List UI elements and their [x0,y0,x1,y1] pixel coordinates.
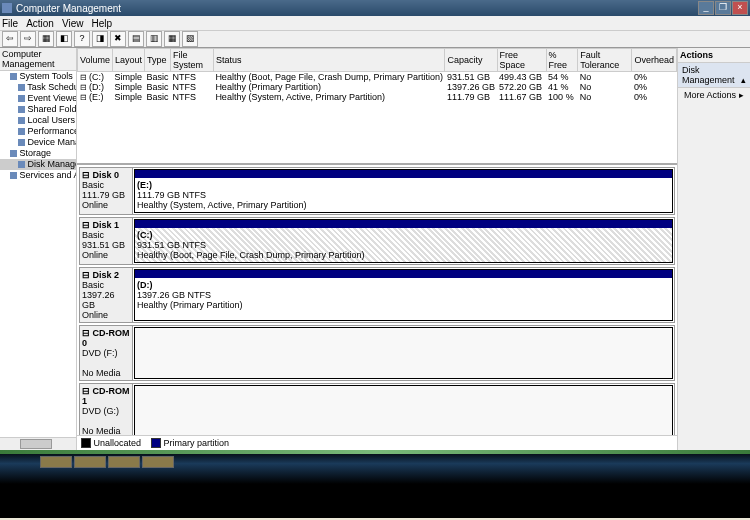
column-header[interactable]: Free Space [497,49,546,72]
toolbar: ⇦ ⇨ ▦ ◧ ? ◨ ✖ ▤ ▥ ▦ ▧ [0,31,750,48]
nav-tree: Computer Management System Tools Task Sc… [0,48,77,450]
disk-row: ⊟ Disk 1Basic931.51 GBOnline(C:)931.51 G… [79,217,675,265]
taskbar-button[interactable] [40,456,72,468]
column-header[interactable]: Layout [113,49,145,72]
disk-row: ⊟ Disk 0Basic111.79 GBOnline(E:)111.79 G… [79,167,675,215]
column-header[interactable]: Capacity [445,49,497,72]
taskbar [0,450,750,518]
legend: Unallocated Primary partition [77,435,677,450]
disk-header[interactable]: ⊟ CD-ROM 0DVD (F:)No Media [80,326,133,380]
volume-box[interactable] [134,327,673,379]
toolbar-button[interactable]: ◨ [92,31,108,47]
tree-item[interactable]: Device Manager [0,137,76,148]
toolbar-button[interactable]: ✖ [110,31,126,47]
tree-item[interactable]: Shared Folders [0,104,76,115]
tree-item[interactable]: System Tools [0,71,76,82]
volume-box[interactable]: (C:)931.51 GB NTFSHealthy (Boot, Page Fi… [134,219,673,263]
column-header[interactable]: File System [171,49,214,72]
column-header[interactable]: Fault Tolerance [578,49,632,72]
column-header[interactable]: Type [145,49,171,72]
volume-grid: VolumeLayoutTypeFile SystemStatusCapacit… [77,48,677,163]
table-row[interactable]: ⊟ (C:)SimpleBasicNTFSHealthy (Boot, Page… [78,72,677,83]
legend-primary-swatch [151,438,161,448]
taskbar-button[interactable] [142,456,174,468]
tree-scrollbar[interactable] [0,437,76,450]
tree-item[interactable]: Local Users and Gro [0,115,76,126]
toolbar-button[interactable]: ▧ [182,31,198,47]
tree-item[interactable]: Task Scheduler [0,82,76,93]
titlebar: Computer Management _ ❐ × [0,0,750,16]
column-header[interactable]: Volume [78,49,113,72]
app-icon [2,3,12,13]
tree-root[interactable]: Computer Management [0,48,76,71]
legend-unallocated-swatch [81,438,91,448]
disk-row: ⊟ Disk 2Basic1397.26 GBOnline(D:)1397.26… [79,267,675,323]
table-row[interactable]: ⊟ (D:)SimpleBasicNTFSHealthy (Primary Pa… [78,82,677,92]
menu-file[interactable]: File [2,18,18,29]
maximize-button[interactable]: ❐ [715,1,731,15]
close-button[interactable]: × [732,1,748,15]
toolbar-button[interactable]: ▦ [164,31,180,47]
table-row[interactable]: ⊟ (E:)SimpleBasicNTFSHealthy (System, Ac… [78,92,677,102]
disk-header[interactable]: ⊟ CD-ROM 1DVD (G:)No Media [80,384,133,435]
toolbar-button[interactable]: ▤ [128,31,144,47]
taskbar-button[interactable] [108,456,140,468]
menu-help[interactable]: Help [91,18,112,29]
menubar: File Action View Help [0,16,750,31]
actions-header: Actions [678,48,750,63]
column-header[interactable]: Status [213,49,445,72]
forward-button[interactable]: ⇨ [20,31,36,47]
disk-header[interactable]: ⊟ Disk 0Basic111.79 GBOnline [80,168,133,214]
column-header[interactable]: % Free [546,49,578,72]
disk-row: ⊟ CD-ROM 0DVD (F:)No Media [79,325,675,381]
toolbar-button[interactable]: ? [74,31,90,47]
menu-view[interactable]: View [62,18,84,29]
actions-pane: Actions Disk Management ▴ More Actions▸ [678,48,750,450]
menu-action[interactable]: Action [26,18,54,29]
volume-box[interactable]: (D:)1397.26 GB NTFSHealthy (Primary Part… [134,269,673,321]
window-title: Computer Management [16,3,121,14]
volume-box[interactable] [134,385,673,435]
actions-section: Disk Management ▴ [678,63,750,88]
tree-item[interactable]: Disk Management [0,159,76,170]
tree-item[interactable]: Services and Applicati [0,170,76,181]
toolbar-button[interactable]: ▦ [38,31,54,47]
taskbar-button[interactable] [74,456,106,468]
more-actions[interactable]: More Actions▸ [678,88,750,102]
tree-item[interactable]: Storage [0,148,76,159]
toolbar-button[interactable]: ◧ [56,31,72,47]
column-header[interactable]: Overhead [632,49,677,72]
volume-box[interactable]: (E:)111.79 GB NTFSHealthy (System, Activ… [134,169,673,213]
disk-panel: ⊟ Disk 0Basic111.79 GBOnline(E:)111.79 G… [77,163,677,435]
tree-item[interactable]: Performance [0,126,76,137]
tree-item[interactable]: Event Viewer [0,93,76,104]
toolbar-button[interactable]: ▥ [146,31,162,47]
back-button[interactable]: ⇦ [2,31,18,47]
minimize-button[interactable]: _ [698,1,714,15]
disk-header[interactable]: ⊟ Disk 1Basic931.51 GBOnline [80,218,133,264]
disk-header[interactable]: ⊟ Disk 2Basic1397.26 GBOnline [80,268,133,322]
disk-row: ⊟ CD-ROM 1DVD (G:)No Media [79,383,675,435]
scrollbar-thumb[interactable] [20,439,52,449]
